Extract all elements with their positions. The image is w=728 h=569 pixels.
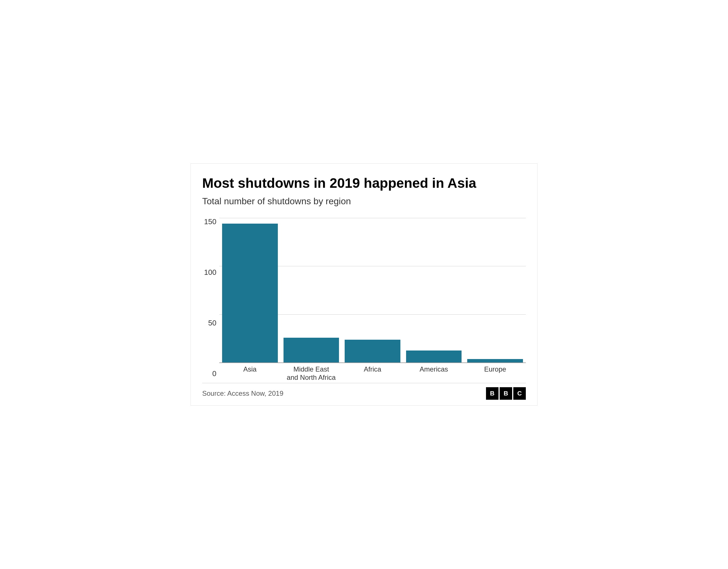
bar-group-americas (406, 218, 462, 363)
bar-group-europe (467, 218, 523, 363)
bars-area: AsiaMiddle Eastand North AfricaAfricaAme… (219, 218, 526, 377)
bar-americas (406, 351, 462, 363)
chart-area: 150 100 50 0 AsiaMiddle Eastand North Af… (202, 218, 526, 377)
y-label-150: 150 (204, 218, 216, 225)
x-label-africa: Africa (345, 363, 400, 374)
bbc-box-b1: B (486, 387, 499, 400)
bar-africa (345, 340, 400, 363)
bar-asia (222, 223, 278, 363)
x-labels: AsiaMiddle Eastand North AfricaAfricaAme… (219, 363, 526, 377)
chart-subtitle: Total number of shutdowns by region (202, 196, 526, 206)
x-label-middle-east-and-north-africa: Middle Eastand North Africa (284, 363, 339, 382)
chart-container: Most shutdowns in 2019 happened in Asia … (191, 163, 537, 406)
x-label-asia: Asia (222, 363, 278, 374)
bbc-box-c: C (513, 387, 526, 400)
bars-row (219, 218, 526, 363)
bar-group-middle-east-and-north-africa (284, 218, 339, 363)
chart-title: Most shutdowns in 2019 happened in Asia (202, 175, 526, 191)
y-label-50: 50 (208, 319, 216, 327)
x-label-americas: Americas (406, 363, 462, 374)
bar-group-africa (345, 218, 400, 363)
bbc-box-b2: B (500, 387, 512, 400)
source-text: Source: Access Now, 2019 (202, 390, 284, 398)
bar-middle-east-and-north-africa (284, 338, 339, 363)
chart-footer: Source: Access Now, 2019 B B C (202, 383, 526, 400)
y-label-100: 100 (204, 268, 216, 276)
bbc-logo: B B C (486, 387, 526, 400)
y-label-0: 0 (212, 370, 216, 377)
x-label-europe: Europe (467, 363, 523, 374)
bar-group-asia (222, 218, 278, 363)
y-axis: 150 100 50 0 (202, 218, 219, 377)
